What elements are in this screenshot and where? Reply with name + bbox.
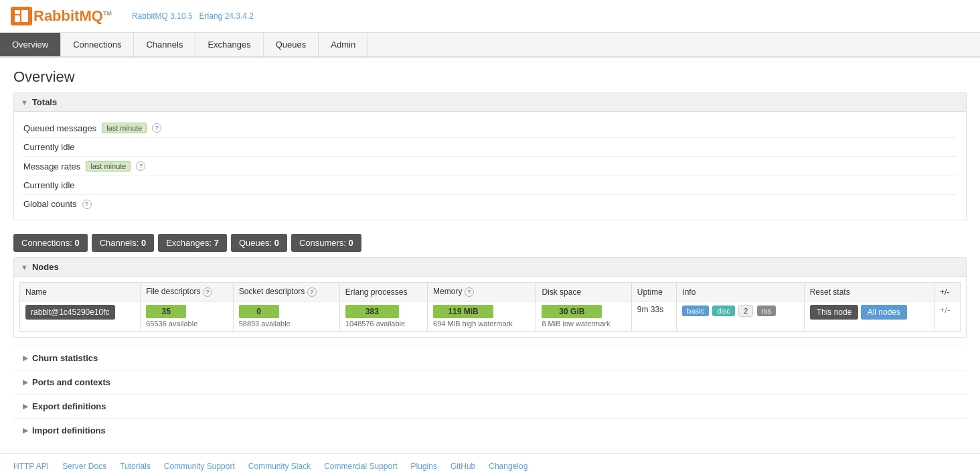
nodes-table: Name File descriptors ? Socket descripto… [19, 282, 961, 332]
arrow-export: ▶ [23, 402, 28, 411]
nodes-table-header: Name File descriptors ? Socket descripto… [20, 283, 961, 301]
col-disk: Disk space [536, 283, 631, 301]
counter-btn-exchanges[interactable]: Exchanges: 7 [158, 234, 227, 252]
col-socket-desc: Socket descriptors ? [233, 283, 339, 301]
node-socket-desc: 0 58893 available [233, 301, 339, 332]
node-memory: 119 MiB 694 MiB high watermark [428, 301, 536, 332]
svg-rect-0 [15, 15, 20, 22]
arrow-ports: ▶ [23, 378, 28, 387]
totals-section: ▼ Totals Queued messages last minute ? C… [13, 92, 967, 220]
nav-item-exchanges[interactable]: Exchanges [195, 33, 263, 56]
collapsible-sections: ▶Churn statistics▶Ports and contexts▶Exp… [13, 346, 967, 442]
node-uptime: 9m 33s [631, 301, 676, 332]
col-file-desc: File descriptors ? [141, 283, 233, 301]
svg-rect-1 [21, 10, 28, 22]
totals-title: Totals [32, 97, 57, 107]
nav-item-queues[interactable]: Queues [264, 33, 319, 56]
page-title: Overview [13, 68, 967, 86]
tag-num: 2 [738, 305, 753, 317]
col-plusminus: +/- [934, 283, 960, 301]
footer: HTTP APIServer DocsTutorialsCommunity Su… [0, 453, 980, 475]
tag-basic: basic [682, 306, 709, 316]
collapsible-churn[interactable]: ▶Churn statistics [13, 346, 967, 370]
footer-link-plugins[interactable]: Plugins [411, 462, 437, 471]
col-info: Info [677, 283, 804, 301]
queued-messages-help[interactable]: ? [152, 123, 161, 133]
version-rabbitmq: RabbitMQ 3.10.5 [132, 11, 193, 21]
message-rates-label: Message rates [23, 161, 80, 172]
totals-content: Queued messages last minute ? Currently … [14, 112, 966, 220]
counter-btn-consumers[interactable]: Consumers: 0 [291, 234, 361, 252]
footer-link-changelog[interactable]: Changelog [489, 462, 527, 471]
version-erlang: Erlang 24.3.4.2 [199, 11, 254, 21]
nav-item-admin[interactable]: Admin [319, 33, 368, 56]
message-rates-idle: Currently idle [23, 176, 957, 195]
counter-btn-connections[interactable]: Connections: 0 [13, 234, 88, 252]
nav-item-connections[interactable]: Connections [61, 33, 134, 56]
col-reset: Reset stats [804, 283, 934, 301]
label-churn: Churn statistics [32, 353, 98, 363]
totals-header[interactable]: ▼ Totals [14, 93, 966, 112]
node-name-cell: rabbit@1c45290e10fc [20, 301, 141, 332]
header: RabbitMQTM RabbitMQ 3.10.5 Erlang 24.3.4… [0, 0, 980, 33]
node-erlang-proc: 383 1048576 available [339, 301, 427, 332]
message-rates-badge[interactable]: last minute [86, 161, 131, 172]
col-name: Name [20, 283, 141, 301]
queued-messages-label: Queued messages [23, 123, 96, 133]
main-nav: OverviewConnectionsChannelsExchangesQueu… [0, 33, 980, 58]
table-row: rabbit@1c45290e10fc 35 65536 available 0… [20, 301, 961, 332]
tag-disc: disc [712, 306, 735, 316]
node-reset: This node All nodes [804, 301, 934, 332]
col-uptime: Uptime [631, 283, 676, 301]
node-disk: 30 GiB 8 MiB low watermark [536, 301, 631, 332]
nodes-content: Name File descriptors ? Socket descripto… [14, 277, 966, 337]
queued-messages-badge[interactable]: last minute [102, 123, 147, 133]
nodes-section: ▼ Nodes Name File descriptors ? Socket d… [13, 257, 967, 338]
plus-minus-toggle[interactable]: +/- [940, 305, 951, 315]
tag-rss: rss [757, 306, 777, 316]
node-plusminus: +/- [934, 301, 960, 332]
queued-messages-row: Queued messages last minute ? [23, 119, 957, 138]
global-counts-help[interactable]: ? [82, 200, 92, 209]
totals-arrow: ▼ [21, 98, 28, 107]
counters-row: Connections: 0Channels: 0Exchanges: 7Que… [13, 228, 967, 257]
reset-this-node[interactable]: This node [810, 305, 859, 320]
queued-messages-idle: Currently idle [23, 138, 957, 157]
message-rates-row: Message rates last minute ? [23, 157, 957, 176]
nav-item-overview[interactable]: Overview [0, 33, 61, 56]
logo-icon [11, 7, 32, 25]
counter-btn-channels[interactable]: Channels: 0 [92, 234, 154, 252]
collapsible-ports[interactable]: ▶Ports and contexts [13, 370, 967, 394]
message-rates-help[interactable]: ? [136, 161, 145, 171]
logo-rabbit-text: RabbitMQ [33, 7, 103, 24]
version-info: RabbitMQ 3.10.5 Erlang 24.3.4.2 [132, 11, 254, 21]
counter-btn-queues[interactable]: Queues: 0 [231, 234, 287, 252]
col-memory: Memory ? [428, 283, 536, 301]
main-content: Overview ▼ Totals Queued messages last m… [0, 58, 980, 453]
nodes-title: Nodes [32, 262, 59, 272]
footer-link-community-support[interactable]: Community Support [164, 462, 235, 471]
collapsible-export[interactable]: ▶Export definitions [13, 394, 967, 418]
arrow-churn: ▶ [23, 354, 28, 362]
footer-link-server-docs[interactable]: Server Docs [62, 462, 106, 471]
nodes-arrow: ▼ [21, 263, 28, 271]
reset-all-nodes[interactable]: All nodes [861, 305, 907, 320]
label-export: Export definitions [32, 401, 106, 411]
node-file-desc: 35 65536 available [141, 301, 233, 332]
logo: RabbitMQTM [11, 7, 112, 25]
nav-item-channels[interactable]: Channels [134, 33, 195, 56]
logo-tm: TM [103, 10, 112, 17]
footer-link-commercial-support[interactable]: Commercial Support [324, 462, 397, 471]
global-counts-label: Global counts [23, 199, 77, 209]
footer-link-github[interactable]: GitHub [451, 462, 475, 471]
col-erlang-proc: Erlang processes [339, 283, 427, 301]
footer-link-tutorials[interactable]: Tutorials [120, 462, 151, 471]
global-counts-row: Global counts ? [23, 195, 957, 213]
label-import: Import definitions [32, 425, 106, 435]
svg-rect-2 [15, 10, 20, 14]
footer-link-community-slack[interactable]: Community Slack [248, 462, 311, 471]
nodes-header[interactable]: ▼ Nodes [14, 258, 966, 277]
node-info: basic disc 2 rss [677, 301, 804, 332]
footer-link-http-api[interactable]: HTTP API [13, 462, 49, 471]
collapsible-import[interactable]: ▶Import definitions [13, 418, 967, 442]
